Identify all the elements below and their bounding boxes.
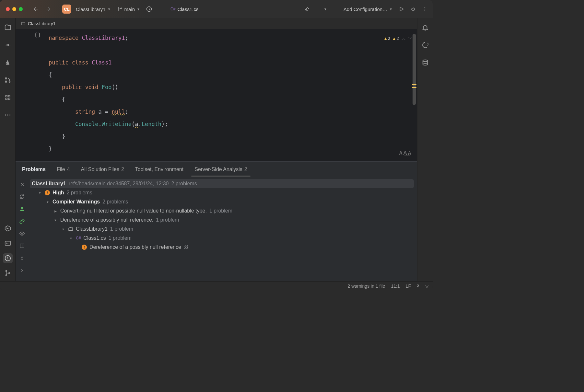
notifications-icon[interactable] <box>420 23 430 32</box>
close-panel-icon[interactable]: ✕ <box>18 180 26 188</box>
services-tool-icon[interactable] <box>3 224 13 233</box>
open-file-tab[interactable]: C# Class1.cs <box>169 6 200 12</box>
next-icon[interactable] <box>18 267 26 274</box>
svg-point-18 <box>9 114 10 115</box>
status-caret[interactable]: 11:1 <box>391 283 400 289</box>
code-editor[interactable]: namespace ClassLibrary1; public class Cl… <box>46 29 417 161</box>
close-window[interactable] <box>6 7 10 11</box>
chevron-down-icon[interactable] <box>53 218 58 222</box>
folder-icon <box>68 226 73 232</box>
pull-requests-icon[interactable] <box>3 75 13 85</box>
editor-scrollbar[interactable] <box>413 34 416 105</box>
run-button[interactable] <box>397 5 406 14</box>
structure-tool-icon[interactable] <box>3 93 13 102</box>
main-toolbar: CL ClassLibrary1 ▼ main ▼ C# Class1.cs ▼… <box>0 0 433 18</box>
branch-icon <box>117 6 123 12</box>
layout-icon[interactable] <box>18 242 26 250</box>
project-badge[interactable]: CL <box>62 5 71 14</box>
build-menu-chevron[interactable]: ▼ <box>321 5 330 14</box>
tree-folder[interactable]: ClassLibrary1 1 problem <box>30 225 414 234</box>
user-icon[interactable] <box>18 205 26 213</box>
more-tools-icon[interactable] <box>3 110 13 120</box>
font-size-indicator[interactable]: AA͟A <box>399 147 412 159</box>
chevron-down-icon[interactable] <box>61 227 65 231</box>
chevron-right-icon[interactable] <box>53 209 58 213</box>
braces-icon[interactable] <box>34 32 41 38</box>
minimize-window[interactable] <box>12 7 16 11</box>
nav-forward-button[interactable] <box>43 4 53 14</box>
tree-header-row[interactable]: ClassLibrary1 refs/heads/main dec84587, … <box>30 179 414 188</box>
refresh-icon[interactable] <box>18 193 26 201</box>
expand-down-icon[interactable]: ﹀ <box>408 32 413 45</box>
status-readonly-icon[interactable]: ƛ <box>417 283 419 289</box>
tree-compiler-warnings[interactable]: Compiler Warnings 2 problems <box>30 197 414 206</box>
chevron-down-icon[interactable] <box>69 236 73 240</box>
tree-severity-high[interactable]: ! High 2 problems <box>30 188 414 197</box>
project-tool-icon[interactable] <box>3 23 13 32</box>
warning-marker[interactable] <box>412 87 416 88</box>
severity-high-icon: ! <box>45 190 50 195</box>
svg-point-11 <box>9 81 10 83</box>
ai-assistant-icon[interactable] <box>420 40 430 50</box>
commit-tool-icon[interactable] <box>3 40 13 50</box>
svg-point-17 <box>7 114 8 115</box>
problems-panel: Problems File4 All Solution Files2 Tools… <box>16 161 417 281</box>
terminal-tool-icon[interactable] <box>3 238 13 248</box>
chevron-down-icon[interactable] <box>45 200 50 204</box>
svg-point-4 <box>412 8 415 11</box>
breadcrumb-label: ClassLibrary1 <box>28 21 56 26</box>
database-icon[interactable] <box>420 58 430 67</box>
status-inspections-icon[interactable]: ▽ <box>425 283 429 289</box>
tab-file[interactable]: File4 <box>57 163 70 176</box>
status-warnings[interactable]: 2 warnings in 1 file <box>347 283 385 289</box>
azure-tool-icon[interactable] <box>3 58 13 67</box>
warning-icon: ▲ <box>384 32 387 45</box>
svg-point-9 <box>5 78 6 79</box>
status-eol[interactable]: LF <box>406 283 411 289</box>
more-menu[interactable] <box>420 5 429 14</box>
tree-file[interactable]: C# Class1.cs 1 problem <box>30 234 414 243</box>
tree-warning-2[interactable]: Dereference of a possibly null reference… <box>30 215 414 225</box>
recent-files-button[interactable] <box>145 5 154 14</box>
svg-point-27 <box>21 233 23 235</box>
window-icon <box>21 21 26 26</box>
svg-point-16 <box>5 114 6 115</box>
project-name: ClassLibrary1 <box>76 6 106 12</box>
project-selector[interactable]: ClassLibrary1 ▼ <box>74 6 113 12</box>
csharp-file-icon: C# <box>170 7 175 11</box>
branch-selector[interactable]: main ▼ <box>115 6 142 12</box>
tab-all-solution[interactable]: All Solution Files2 <box>81 163 124 176</box>
branch-name: main <box>124 6 135 12</box>
svg-point-26 <box>21 207 23 209</box>
inspection-widget[interactable]: ▲2 ▲2 ︿ ﹀ <box>384 32 413 45</box>
chevron-down-icon: ▼ <box>108 7 111 11</box>
svg-point-6 <box>425 9 425 9</box>
run-config-selector[interactable]: Add Configuration… ▼ <box>342 6 394 12</box>
tab-server-side[interactable]: Server-Side Analysis2 <box>194 163 247 176</box>
nav-back-button[interactable] <box>31 4 41 14</box>
svg-rect-20 <box>5 241 10 246</box>
window-controls <box>6 7 23 11</box>
svg-rect-12 <box>6 95 7 97</box>
svg-rect-14 <box>6 98 7 100</box>
status-bar: 2 warnings in 1 file 11:1 LF ƛ ▽ <box>0 281 433 290</box>
problems-tool-icon[interactable] <box>3 253 13 263</box>
warning-marker[interactable] <box>412 84 416 85</box>
expand-collapse-icon[interactable] <box>18 254 26 262</box>
breadcrumb-root[interactable]: ClassLibrary1 <box>18 20 58 27</box>
editor-area: namespace ClassLibrary1; public class Cl… <box>16 29 417 161</box>
vcs-tool-icon[interactable] <box>3 268 13 278</box>
preview-icon[interactable] <box>18 230 26 237</box>
tree-leaf-issue[interactable]: ! Dereference of a possibly null referen… <box>30 243 414 252</box>
collapse-up-icon[interactable]: ︿ <box>402 32 406 45</box>
chevron-down-icon[interactable] <box>38 191 42 195</box>
zoom-window[interactable] <box>19 7 23 11</box>
debug-button[interactable] <box>409 5 418 14</box>
build-button[interactable] <box>302 5 311 14</box>
link-icon[interactable] <box>18 217 26 225</box>
svg-point-7 <box>425 10 425 11</box>
structure-gutter <box>30 29 46 161</box>
tree-warning-1[interactable]: Converting null literal or possible null… <box>30 206 414 215</box>
problems-side-toolbar: ✕ <box>16 177 29 281</box>
tab-toolset[interactable]: Toolset, Environment <box>135 163 183 176</box>
